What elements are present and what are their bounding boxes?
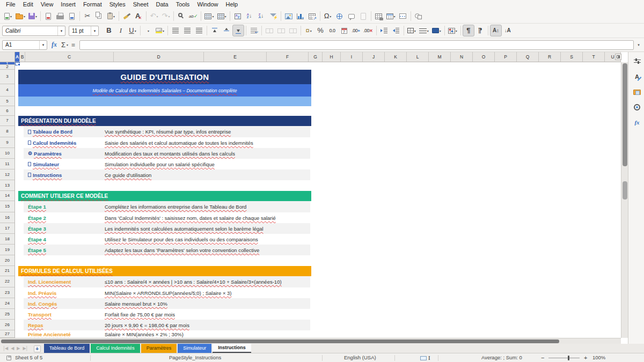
row-header-24[interactable]: 24 [0, 298, 14, 309]
chevron-down-icon[interactable]: ▾ [57, 26, 65, 35]
highlighting-color-button[interactable]: ▾ [154, 25, 166, 36]
menu-insert[interactable]: Insert [57, 0, 79, 9]
insert-image-button[interactable] [283, 10, 295, 22]
horizontal-scroll-thumb[interactable] [1, 339, 559, 343]
formula-input[interactable] [79, 40, 634, 50]
expand-formula-bar-icon[interactable]: ▾ [635, 43, 642, 47]
chevron-down-icon[interactable]: ▾ [135, 29, 136, 33]
column-header-i[interactable]: I [341, 52, 363, 62]
sidebar-properties-icon[interactable] [633, 56, 641, 65]
chevron-down-icon[interactable]: ▾ [414, 29, 416, 33]
sheet-tab-param-tres[interactable]: Paramètres [141, 344, 177, 353]
row-header-20[interactable]: 20 [0, 255, 14, 266]
export-as-pdf-button[interactable] [42, 10, 54, 22]
right-to-left-button[interactable]: ¶ [474, 25, 486, 36]
column-header-f[interactable]: F [267, 52, 309, 62]
sheet-tab-instructions[interactable]: Instructions [213, 344, 251, 353]
new-document-button[interactable]: ▾ [2, 10, 14, 22]
section-header[interactable]: PRÉSENTATION DU MODÈLE [18, 116, 311, 126]
percent-format-button[interactable]: % [314, 25, 326, 36]
vertical-scroll-thumb[interactable] [623, 63, 627, 166]
guide-row[interactable]: Étape 2Dans 'Calcul Indemnités' : saisis… [24, 212, 310, 223]
column-header-k[interactable]: K [385, 52, 407, 62]
guide-row[interactable]: ⚙ParamètresModification des taux et mont… [24, 148, 310, 159]
row-header-8[interactable]: 8 [0, 126, 14, 137]
row-header-22[interactable]: 22 [0, 276, 14, 287]
paste-button[interactable]: ▾ [105, 10, 117, 22]
chevron-down-icon[interactable]: ▾ [148, 29, 149, 33]
redo-button[interactable]: ↷▾ [160, 10, 172, 22]
row-header-26[interactable]: 26 [0, 320, 14, 330]
date-format-button[interactable]: 7 [338, 25, 350, 36]
row-header-18[interactable]: 18 [0, 234, 14, 245]
spelling-button[interactable]: ab✓ [187, 10, 199, 22]
show-draw-functions-button[interactable] [413, 10, 425, 22]
guide-title[interactable]: GUIDE D'UTILISATION [18, 70, 311, 84]
sidebar-styles-icon[interactable]: A [633, 72, 641, 81]
sidebar-gallery-icon[interactable] [633, 88, 641, 97]
undo-button[interactable]: ↶▾ [148, 10, 160, 22]
insert-special-character-button[interactable]: Ω▾ [322, 10, 334, 22]
left-to-right-button[interactable]: ¶ [463, 25, 474, 36]
row-header-27[interactable]: 27 [0, 330, 14, 338]
print-button[interactable] [54, 10, 66, 22]
function-wizard-icon[interactable]: fx [52, 41, 57, 49]
column-header-h[interactable]: H [323, 52, 341, 62]
sort-descending-button[interactable]: ZA↓ [255, 10, 267, 22]
previous-sheet-icon[interactable]: ◀ [9, 346, 15, 351]
unmerge-cells-button[interactable] [287, 25, 299, 36]
row-header-14[interactable]: 14 [0, 191, 14, 201]
bold-button[interactable]: B [103, 25, 115, 36]
open-button[interactable]: ▾ [14, 10, 27, 22]
chevron-down-icon[interactable]: ▾ [39, 41, 47, 49]
chevron-down-icon[interactable]: ▾ [456, 29, 457, 33]
print-area-button[interactable] [373, 10, 385, 22]
menu-view[interactable]: View [37, 0, 57, 9]
row-header-25[interactable]: 25 [0, 309, 14, 320]
select-function-icon[interactable]: Σ [61, 41, 65, 49]
chevron-down-icon[interactable]: ▾ [10, 14, 12, 18]
align-bottom-button[interactable] [232, 25, 244, 36]
column-header-r[interactable]: R [539, 52, 561, 62]
guide-row[interactable]: TransportForfait fixe de 75,00 € par moi… [24, 309, 310, 320]
guide-row[interactable]: Ind. CongésSalaire mensuel brut × 10% [24, 298, 310, 309]
row-header-7[interactable]: 7 [0, 116, 14, 126]
sidebar-navigator-icon[interactable] [633, 103, 641, 112]
underline-button[interactable]: U▾ [127, 25, 138, 36]
headers-and-footers-button[interactable] [357, 10, 369, 22]
print-preview-button[interactable] [66, 10, 78, 22]
guide-row[interactable]: Ind. Licenciement≤10 ans : Salaire/4 × a… [24, 276, 310, 287]
insert-chart-button[interactable] [295, 10, 306, 22]
column-header-n[interactable]: N [451, 52, 473, 62]
center-vertically-button[interactable] [221, 25, 232, 36]
zoom-in-icon[interactable]: + [584, 353, 587, 362]
zoom-slider-handle[interactable] [568, 356, 569, 360]
number-format-button[interactable]: 0.0 [326, 25, 338, 36]
average-sum[interactable]: Average: ; Sum: 0 [481, 353, 522, 362]
borders-button[interactable]: ▾ [406, 25, 418, 36]
guide-row[interactable]: Tableau de BordVue synthétique : KPI, ré… [24, 126, 310, 137]
find-and-replace-button[interactable] [175, 10, 187, 22]
row-header-2[interactable]: 2 [0, 65, 14, 70]
formula-equals-icon[interactable]: = [71, 41, 75, 49]
wrap-text-button[interactable] [248, 25, 260, 36]
guide-row[interactable]: SimulateurSimulation individuelle pour u… [24, 159, 310, 169]
sidebar-toggle-icon[interactable] [615, 54, 621, 60]
save-button[interactable]: ▾ [27, 10, 39, 22]
freeze-rows-and-columns-button[interactable]: ▾ [385, 10, 397, 22]
menu-format[interactable]: Format [79, 0, 106, 9]
border-style-button[interactable]: ▾ [418, 25, 430, 36]
column-header-e[interactable]: E [204, 52, 267, 62]
column-header-d[interactable]: D [114, 52, 204, 62]
menu-sheet[interactable]: Sheet [129, 0, 152, 9]
menu-help[interactable]: Help [222, 0, 242, 9]
column-header-a[interactable]: A [15, 52, 20, 62]
section-header[interactable]: FORMULES DE CALCUL UTILISÉES [18, 266, 311, 276]
chevron-down-icon[interactable]: ▾ [67, 43, 68, 47]
menu-window[interactable]: Window [193, 0, 222, 9]
menu-styles[interactable]: Styles [106, 0, 129, 9]
chevron-down-icon[interactable]: ▾ [427, 29, 429, 33]
column-header-c[interactable]: C [25, 52, 114, 62]
sheet-grid[interactable]: GUIDE D'UTILISATIONModèle de Calcul des … [15, 62, 621, 338]
italic-button[interactable]: I [115, 25, 127, 36]
